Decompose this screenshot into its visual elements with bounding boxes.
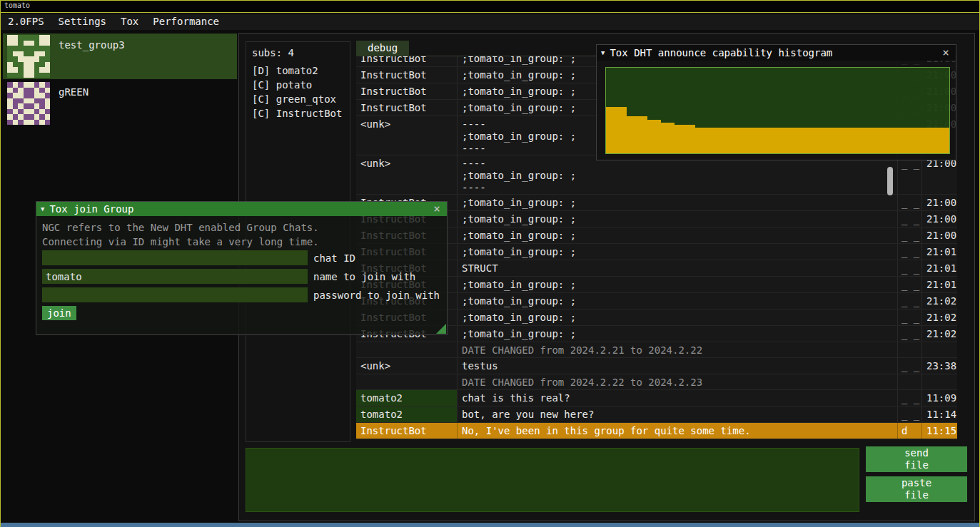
join-name-input[interactable]: [42, 269, 308, 284]
subs-member-list: [D] tomato2[C] potato[C] green_qtox[C] I…: [246, 63, 350, 121]
message-text: ;tomato_in_group: ;: [458, 293, 898, 309]
message-row[interactable]: <unk>testus_ _23:38: [356, 358, 957, 374]
send-file-button[interactable]: send file: [866, 446, 967, 472]
group-avatar: [7, 35, 50, 78]
message-timestamp: 21:00: [922, 227, 957, 243]
dht-histogram-window: ▼ Tox DHT announce capability histogram …: [596, 44, 956, 160]
message-timestamp: 21:02: [922, 293, 957, 309]
message-timestamp: 23:38: [922, 358, 957, 374]
message-timestamp: 21:02: [922, 309, 957, 325]
message-flags: _ _: [898, 155, 922, 194]
close-icon[interactable]: ×: [431, 203, 443, 215]
member-item[interactable]: [C] green_qtox: [246, 92, 350, 106]
member-item[interactable]: [C] potato: [246, 78, 350, 92]
histogram-bar: [702, 128, 709, 153]
collapse-arrow-icon[interactable]: ▼: [601, 49, 605, 56]
histogram-bar: [874, 128, 881, 153]
message-row[interactable]: <unk>---- ;tomato_in_group: ; ----_ _21:…: [356, 155, 957, 195]
group-label: test_group3: [59, 39, 125, 51]
join-description-line2: Connecting via ID might take a very long…: [42, 236, 319, 247]
histogram-bar: [606, 107, 613, 153]
message-flags: [898, 374, 922, 389]
histogram-bar: [901, 128, 909, 153]
message-row[interactable]: tomato2chat is this real?_ _11:09: [356, 390, 957, 406]
member-item[interactable]: [D] tomato2: [246, 63, 350, 78]
histogram-bar: [847, 128, 854, 153]
histogram-bar: [915, 128, 922, 153]
sidebar-item-green[interactable]: gREEN: [3, 81, 237, 126]
histogram-bar: [839, 128, 847, 153]
histogram-bar: [826, 128, 833, 153]
histogram-bar: [757, 128, 764, 153]
message-timestamp: 21:00: [922, 195, 957, 210]
histogram-bar: [695, 128, 702, 153]
message-input[interactable]: [246, 448, 859, 512]
join-password-label: password to join with: [313, 290, 440, 301]
collapse-arrow-icon[interactable]: ▼: [41, 205, 44, 213]
message-row[interactable]: InstructBotNo, I've been in this group f…: [356, 423, 957, 439]
histogram-bar: [881, 128, 888, 153]
message-timestamp: 11:09: [922, 390, 957, 406]
histogram-bar: [661, 123, 668, 153]
message-text: No, I've been in this group for quite so…: [458, 423, 898, 439]
date-separator-row[interactable]: DATE CHANGED from 2024.2.22 to 2024.2.23: [356, 374, 957, 390]
message-sender: <unk>: [356, 116, 458, 155]
menu-item-settings[interactable]: Settings: [51, 14, 113, 30]
message-timestamp: 21:01: [922, 244, 957, 260]
message-timestamp: [922, 374, 957, 389]
message-timestamp: 21:00: [922, 155, 957, 194]
join-button[interactable]: join: [42, 306, 76, 320]
histogram-bar: [943, 128, 950, 153]
histogram-bar: [634, 116, 641, 153]
message-timestamp: [922, 342, 957, 357]
chat-id-input[interactable]: [42, 250, 308, 265]
message-timestamp: 11:14: [922, 406, 957, 422]
join-group-window-titlebar[interactable]: ▼ Tox join Group ×: [36, 202, 447, 216]
histogram-bar: [675, 125, 682, 153]
message-flags: _ _: [898, 390, 922, 406]
histogram-bar: [668, 123, 675, 153]
histogram-bar: [627, 116, 634, 153]
histogram-bar: [689, 125, 696, 153]
message-row[interactable]: tomato2bot, are you new here?_ _11:14: [356, 406, 957, 423]
histogram-bar: [654, 120, 661, 153]
window-titlebar[interactable]: tomato: [0, 0, 980, 13]
histogram-bar: [812, 128, 819, 153]
histogram-bar: [894, 128, 901, 153]
histogram-bar: [620, 107, 627, 153]
histogram-bar: [936, 128, 943, 153]
paste-file-button[interactable]: paste file: [866, 476, 967, 502]
histogram-bar: [819, 128, 826, 153]
join-password-input[interactable]: [42, 287, 308, 302]
message-scrollbar-thumb[interactable]: [887, 167, 893, 195]
histogram-bars: [606, 68, 949, 153]
tab-debug[interactable]: debug: [356, 41, 409, 56]
histogram-bar: [729, 128, 737, 153]
window-title: tomato: [4, 1, 30, 9]
resize-grip[interactable]: [436, 324, 446, 334]
message-sender: tomato2: [356, 390, 458, 406]
group-label: gREEN: [59, 86, 89, 98]
message-flags: _ _: [898, 260, 922, 276]
menu-item-2-0fps[interactable]: 2.0FPS: [1, 14, 51, 30]
chat-id-label: chat ID: [313, 252, 355, 264]
menu-item-tox[interactable]: Tox: [113, 14, 146, 30]
message-flags: _ _: [898, 326, 922, 342]
message-sender: InstructBot: [356, 100, 458, 116]
window-bottom-edge: [0, 523, 980, 527]
histogram-bar: [737, 128, 744, 153]
message-timestamp: 11:15: [922, 423, 957, 439]
dht-histogram-window-body: [597, 61, 956, 160]
message-sender: InstructBot: [356, 56, 458, 66]
close-icon[interactable]: ×: [940, 47, 951, 58]
date-separator-text: DATE CHANGED from 2024.2.21 to 2024.2.22: [458, 342, 898, 357]
menu-item-performance[interactable]: Performance: [146, 14, 226, 30]
date-separator-row[interactable]: DATE CHANGED from 2024.2.21 to 2024.2.22: [356, 342, 957, 358]
dht-histogram-window-titlebar[interactable]: ▼ Tox DHT announce capability histogram …: [597, 45, 956, 61]
join-group-window-body: NGC refers to the New DHT enabled Group …: [36, 216, 447, 334]
member-item[interactable]: [C] InstructBot: [246, 106, 350, 121]
message-text: STRUCT: [458, 260, 898, 276]
histogram-plot: [605, 67, 950, 154]
sidebar-item-test_group3[interactable]: test_group3: [3, 34, 237, 79]
histogram-bar: [888, 128, 895, 153]
